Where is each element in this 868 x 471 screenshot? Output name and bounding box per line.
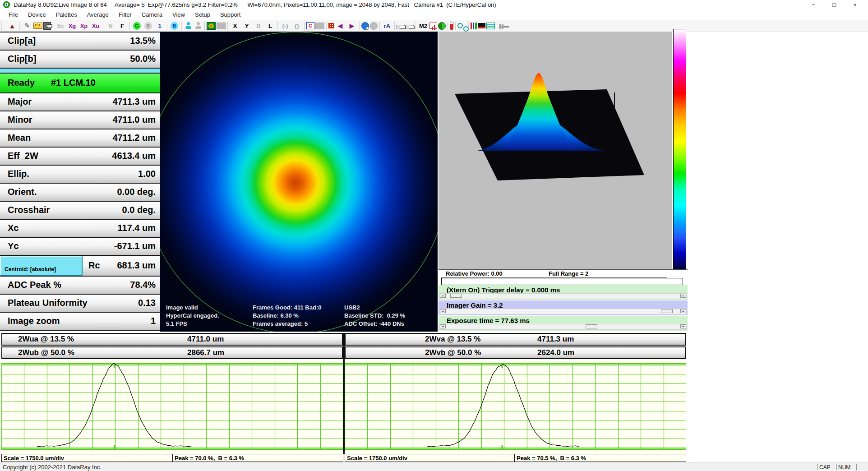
- l-profile-button[interactable]: L: [265, 21, 276, 31]
- menu-setup[interactable]: Setup: [190, 10, 215, 20]
- header-2wva[interactable]: 2Wva @ 13.5 % 4711.3 um: [345, 333, 686, 346]
- toolbar-separator: [129, 22, 130, 30]
- metric-crosshair[interactable]: Crosshair0.0 deg.: [0, 202, 160, 220]
- trigger-delay-slider[interactable]: [439, 293, 687, 299]
- metric-orient[interactable]: Orient.0.00 deg.: [0, 184, 160, 202]
- status-ready-row[interactable]: Ready#1 LCM.10: [0, 74, 160, 93]
- metric-label: Rc: [88, 260, 100, 271]
- beam-display-icon[interactable]: [207, 22, 216, 30]
- imager-gain-slider-dec-button[interactable]: [440, 309, 446, 313]
- xc-button[interactable]: Xc: [55, 21, 66, 31]
- ra-button[interactable]: rA: [382, 21, 392, 31]
- gray-ball-icon[interactable]: [370, 22, 378, 30]
- n-button[interactable]: N: [105, 21, 116, 31]
- print-preview-icon[interactable]: [406, 25, 414, 29]
- wave-icon[interactable]: [486, 23, 495, 29]
- imager-gain-slider-thumb[interactable]: [661, 309, 673, 313]
- metric-mean[interactable]: Mean4711.2 um: [0, 129, 160, 148]
- header-2wua[interactable]: 2Wua @ 13.5 % 4711.0 um: [1, 333, 343, 346]
- metric-ellip[interactable]: Ellip.1.00: [0, 166, 160, 184]
- metric-minor[interactable]: Minor4711.0 um: [0, 111, 160, 129]
- exposure-time-slider[interactable]: [439, 324, 687, 330]
- b-profile-button[interactable]: B: [253, 21, 264, 31]
- palette-icon[interactable]: [478, 23, 485, 28]
- person-active-icon[interactable]: [184, 21, 193, 30]
- stats-icon[interactable]: [438, 22, 446, 30]
- toolbar-separator: [359, 22, 360, 30]
- open-folder-icon[interactable]: [33, 23, 42, 29]
- metric-eff-2w[interactable]: Eff_2W4613.4 um: [0, 148, 160, 166]
- metric-label: Image zoom: [8, 316, 60, 326]
- u-profile-plot[interactable]: [1, 360, 343, 454]
- send-icon[interactable]: ▲: [7, 21, 18, 31]
- single-frame-button[interactable]: 1: [154, 21, 165, 31]
- metric-plateau-uniformity[interactable]: Plateau Uniformity0.13: [0, 295, 160, 313]
- blank-display-icon[interactable]: [217, 23, 226, 29]
- pencil-icon[interactable]: ✎: [22, 21, 32, 31]
- stop-button[interactable]: S: [144, 22, 152, 30]
- restore-button[interactable]: □: [824, 0, 845, 10]
- chart-icon[interactable]: [429, 23, 437, 29]
- menu-device[interactable]: Device: [23, 10, 51, 20]
- exposure-time-slider-dec-button[interactable]: [440, 324, 446, 328]
- m2-button[interactable]: M2: [418, 21, 429, 31]
- paren-button[interactable]: (-): [280, 21, 291, 31]
- imager-gain-slider-inc-button[interactable]: [680, 309, 686, 313]
- imager-gain-slider[interactable]: [439, 309, 687, 314]
- brace-button[interactable]: {}: [291, 21, 302, 31]
- v-profile-plot[interactable]: [345, 360, 686, 454]
- blank-square-icon[interactable]: [315, 23, 324, 29]
- menu-view[interactable]: View: [167, 10, 190, 20]
- trigger-delay-slider-thumb[interactable]: [450, 294, 462, 298]
- xg-button[interactable]: Xg: [67, 21, 78, 31]
- pin-left-icon[interactable]: [499, 24, 501, 29]
- xp-button[interactable]: Xp: [78, 21, 89, 31]
- centroid-mode-button[interactable]: Centroid: [absolute]: [0, 256, 83, 276]
- go-button[interactable]: G: [133, 22, 141, 30]
- menu-filter[interactable]: Filter: [114, 10, 137, 20]
- capture-logo-icon[interactable]: C: [306, 22, 314, 29]
- header-2wub[interactable]: 2Wub @ 50.0 % 2866.7 um: [1, 346, 343, 359]
- menu-support[interactable]: Support: [215, 10, 246, 20]
- metric-label: Clip[b]: [8, 54, 36, 64]
- thermometer-icon[interactable]: [450, 22, 453, 30]
- menu-average[interactable]: Average: [82, 10, 114, 20]
- x-profile-button[interactable]: X: [230, 21, 240, 31]
- exposure-time-slider-thumb[interactable]: [586, 324, 597, 328]
- close-button[interactable]: ×: [845, 0, 865, 10]
- metric-yc[interactable]: Yc-671.1 um: [0, 238, 160, 256]
- grid-icon[interactable]: [328, 23, 334, 28]
- beam-3d-view[interactable]: [439, 32, 672, 269]
- metric-clip-b[interactable]: Clip[b]50.0%: [0, 51, 160, 69]
- toolbar-grip[interactable]: [1, 21, 5, 30]
- metric-adc-peak[interactable]: ADC Peak %78.4%: [0, 277, 160, 295]
- prev-arrow-icon[interactable]: ◀: [335, 21, 346, 31]
- rgb-bars-icon[interactable]: [471, 23, 477, 29]
- annotate-target-icon[interactable]: [361, 22, 369, 30]
- minimize-button[interactable]: −: [803, 0, 824, 10]
- metric-xc[interactable]: Xc117.4 um: [0, 220, 160, 238]
- save-icon[interactable]: [43, 22, 51, 30]
- glasses-icon[interactable]: [457, 23, 463, 28]
- y-profile-button[interactable]: Y: [241, 21, 252, 31]
- b-run-button[interactable]: B: [171, 22, 178, 30]
- menu-camera[interactable]: Camera: [137, 10, 167, 20]
- scroll-lock-indicator: [856, 464, 867, 471]
- menu-palettes[interactable]: Palettes: [51, 10, 82, 20]
- pin-right-icon[interactable]: [502, 24, 503, 29]
- relative-power-box: Relative Power: 0.00 Full Range = 2: [439, 269, 688, 285]
- exposure-time-slider-inc-button[interactable]: [680, 324, 686, 328]
- person-inactive-icon[interactable]: [194, 21, 203, 30]
- trigger-delay-slider-dec-button[interactable]: [440, 294, 446, 298]
- metric-image-zoom[interactable]: Image zoom1: [0, 313, 160, 331]
- f-button[interactable]: F: [117, 21, 128, 31]
- header-2wvb[interactable]: 2Wvb @ 50.0 % 2624.0 um: [345, 346, 686, 359]
- next-arrow-icon[interactable]: ▶: [346, 21, 357, 31]
- xu-button[interactable]: Xu: [90, 21, 101, 31]
- trigger-delay-slider-inc-button[interactable]: [680, 294, 686, 298]
- beam-image-view[interactable]: Image validHyperCal engaged.5.1 FPS Fram…: [160, 32, 438, 332]
- print-icon[interactable]: [397, 25, 405, 29]
- metric-clip-a[interactable]: Clip[a]13.5%: [0, 32, 160, 51]
- menu-file[interactable]: File: [4, 10, 23, 20]
- metric-major[interactable]: Major4711.3 um: [0, 93, 160, 111]
